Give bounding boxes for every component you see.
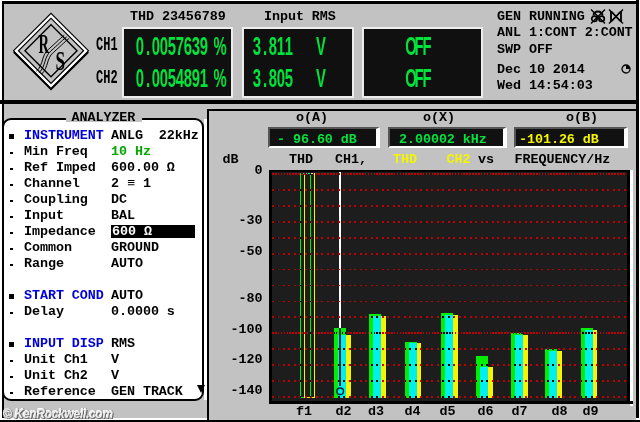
svg-text:S: S [55, 45, 65, 76]
svg-text:R: R [39, 28, 50, 59]
